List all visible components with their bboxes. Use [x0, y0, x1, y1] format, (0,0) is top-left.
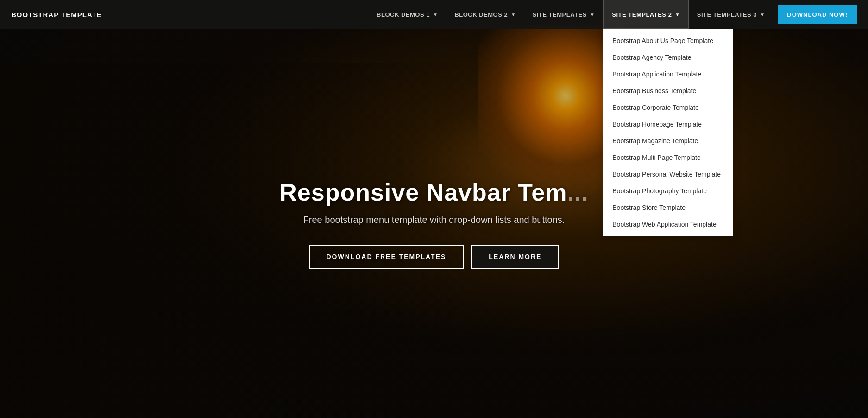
hero-buttons: DOWNLOAD FREE TEMPLATES LEARN MORE: [279, 245, 589, 269]
chevron-down-icon: ▼: [433, 12, 438, 17]
nav-link-site-templates-3[interactable]: SITE TEMPLATES 3 ▼: [689, 0, 774, 29]
hero-section: Responsive Navbar Tem... Free bootstrap …: [0, 0, 868, 418]
dropdown-item-magazine[interactable]: Bootstrap Magazine Template: [603, 133, 733, 149]
nav-item-block-demos-2: BLOCK DEMOS 2 ▼: [446, 0, 524, 29]
chevron-down-icon: ▼: [511, 12, 516, 17]
dropdown-item-homepage[interactable]: Bootstrap Homepage Template: [603, 116, 733, 133]
nav-link-site-templates-2[interactable]: SITE TEMPLATES 2 ▼: [603, 0, 689, 29]
hero-subtitle: Free bootstrap menu template with drop-d…: [279, 215, 589, 225]
dropdown-item-about-us[interactable]: Bootstrap About Us Page Template: [603, 32, 733, 49]
dropdown-item-store[interactable]: Bootstrap Store Template: [603, 199, 733, 216]
dropdown-item-application[interactable]: Bootstrap Application Template: [603, 66, 733, 82]
dropdown-item-corporate[interactable]: Bootstrap Corporate Template: [603, 99, 733, 116]
site-templates-2-dropdown: Bootstrap About Us Page Template Bootstr…: [603, 29, 733, 236]
dropdown-item-personal-website[interactable]: Bootstrap Personal Website Template: [603, 166, 733, 183]
dropdown-item-business[interactable]: Bootstrap Business Template: [603, 82, 733, 99]
nav-link-site-templates[interactable]: SITE TEMPLATES ▼: [524, 0, 604, 29]
dropdown-item-multi-page[interactable]: Bootstrap Multi Page Template: [603, 149, 733, 166]
nav-item-site-templates-2: SITE TEMPLATES 2 ▼ Bootstrap About Us Pa…: [603, 0, 689, 29]
chevron-down-icon: ▼: [675, 12, 679, 17]
learn-more-button[interactable]: LEARN MORE: [471, 245, 559, 269]
nav-item-site-templates: SITE TEMPLATES ▼: [524, 0, 604, 29]
brand-logo: BOOTSTRAP TEMPLATE: [11, 11, 102, 19]
nav-item-site-templates-3: SITE TEMPLATES 3 ▼: [689, 0, 774, 29]
download-free-templates-button[interactable]: DOWNLOAD FREE TEMPLATES: [309, 245, 464, 269]
download-now-button[interactable]: DOWNLOAD NOW!: [778, 5, 857, 24]
nav-item-block-demos-1: BLOCK DEMOS 1 ▼: [368, 0, 446, 29]
dropdown-item-web-application[interactable]: Bootstrap Web Application Template: [603, 216, 733, 233]
hero-title: Responsive Navbar Tem...: [279, 178, 589, 206]
chevron-down-icon: ▼: [590, 12, 595, 17]
nav-menu: BLOCK DEMOS 1 ▼ BLOCK DEMOS 2 ▼ SITE TEM…: [368, 0, 857, 29]
chevron-down-icon: ▼: [760, 12, 765, 17]
dropdown-item-photography[interactable]: Bootstrap Photography Template: [603, 183, 733, 199]
nav-link-block-demos-2[interactable]: BLOCK DEMOS 2 ▼: [446, 0, 524, 29]
dropdown-item-agency[interactable]: Bootstrap Agency Template: [603, 49, 733, 66]
navbar: BOOTSTRAP TEMPLATE BLOCK DEMOS 1 ▼ BLOCK…: [0, 0, 868, 29]
nav-link-block-demos-1[interactable]: BLOCK DEMOS 1 ▼: [368, 0, 446, 29]
hero-content: Responsive Navbar Tem... Free bootstrap …: [279, 178, 589, 269]
